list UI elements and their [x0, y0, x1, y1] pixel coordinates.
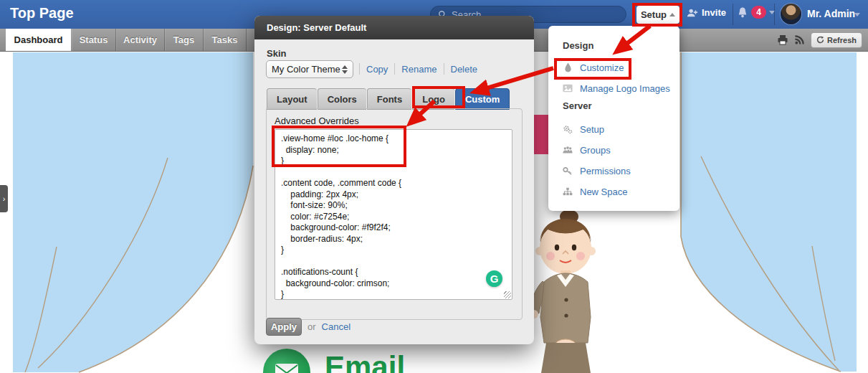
- tint-icon: [563, 62, 573, 72]
- tab-tasks[interactable]: Tasks: [204, 29, 247, 51]
- curtain-left-graphic: [13, 52, 253, 372]
- tab-logo[interactable]: Logo: [412, 88, 454, 110]
- tab-layout[interactable]: Layout: [267, 88, 317, 110]
- page-title: Top Page: [10, 5, 74, 22]
- sidebar-expand-handle[interactable]: ›: [0, 185, 8, 212]
- resize-handle[interactable]: [504, 291, 511, 298]
- design-dialog: Design: Server Default Skin My Color The…: [254, 16, 534, 344]
- image-icon: [563, 83, 573, 93]
- tab-label: Dashboard: [14, 34, 63, 45]
- advanced-overrides-label: Advanced Overrides: [275, 115, 359, 126]
- menu-item-label: Setup: [580, 124, 604, 135]
- menu-item-customize[interactable]: Customize: [563, 60, 624, 75]
- menu-header-server: Server: [563, 100, 591, 111]
- menu-item-label: Permissions: [580, 166, 631, 176]
- print-icon[interactable]: [777, 34, 788, 45]
- design-tabs: Layout Colors Fonts Logo Custom: [267, 88, 510, 110]
- invite-button-label: Invite: [702, 7, 726, 18]
- invite-person-icon: [687, 8, 698, 18]
- email-heading: Email: [325, 350, 405, 373]
- setup-button-label: Setup: [641, 9, 667, 20]
- invite-button[interactable]: Invite: [687, 7, 726, 18]
- select-arrows-icon: [342, 65, 348, 74]
- caret-down-icon: [854, 13, 860, 16]
- notification-count-badge: 4: [751, 6, 766, 19]
- tab-dashboard[interactable]: Dashboard: [6, 29, 71, 51]
- menu-item-new-space[interactable]: New Space: [563, 184, 627, 199]
- rename-link[interactable]: Rename: [401, 64, 437, 75]
- dialog-title-bar[interactable]: Design: Server Default: [254, 16, 534, 39]
- cancel-link[interactable]: Cancel: [322, 321, 350, 332]
- delete-link[interactable]: Delete: [451, 64, 478, 75]
- menu-header-design: Design: [563, 40, 593, 51]
- bell-icon: [737, 6, 748, 19]
- link-divider: [359, 63, 360, 75]
- tab-label: Tags: [173, 34, 194, 45]
- tab-custom[interactable]: Custom: [455, 88, 510, 110]
- custom-tab-panel: Advanced Overrides .view-home #loc .loc-…: [266, 108, 523, 320]
- tab-label: Activity: [123, 34, 157, 45]
- skin-select-value: My Color Theme: [272, 64, 340, 75]
- tab-label: Custom: [465, 94, 500, 105]
- caret-up-icon: [669, 13, 675, 16]
- pink-banner-edge: [534, 115, 548, 154]
- tab-label: Tasks: [212, 34, 238, 45]
- refresh-icon: [816, 36, 824, 44]
- tab-colors[interactable]: Colors: [318, 88, 366, 110]
- menu-item-label: Groups: [580, 145, 611, 156]
- woman-illustration: [528, 209, 623, 373]
- menu-item-groups[interactable]: Groups: [563, 143, 611, 157]
- topbar-divider: [733, 4, 733, 25]
- groups-icon: [563, 145, 573, 155]
- setup-dropdown-menu: Design Customize Manage Logo Images Serv…: [548, 26, 679, 211]
- tab-activity[interactable]: Activity: [116, 29, 165, 51]
- menu-item-label: Customize: [580, 62, 624, 73]
- tab-status[interactable]: Status: [72, 29, 116, 51]
- tab-label: Fonts: [377, 94, 402, 105]
- menu-item-setup[interactable]: Setup: [563, 122, 604, 136]
- tab-label: Status: [80, 34, 108, 45]
- or-text: or: [307, 321, 316, 332]
- menu-item-label: Manage Logo Images: [580, 83, 670, 94]
- apply-button[interactable]: Apply: [266, 318, 302, 336]
- curtain-right-graphic: [681, 52, 857, 372]
- tab-label: Logo: [422, 94, 445, 105]
- email-icon: [263, 349, 310, 373]
- tab-fonts[interactable]: Fonts: [367, 88, 411, 110]
- tab-label: Colors: [328, 94, 357, 105]
- key-icon: [563, 166, 573, 176]
- link-divider: [444, 63, 444, 75]
- tab-label: Layout: [277, 94, 307, 105]
- copy-link[interactable]: Copy: [366, 64, 388, 75]
- sitemap-icon: [563, 186, 573, 197]
- refresh-button-label: Refresh: [827, 36, 857, 44]
- notifications-button[interactable]: 4: [737, 6, 775, 19]
- link-divider: [394, 63, 395, 75]
- setup-button[interactable]: Setup: [636, 6, 679, 24]
- css-overrides-textarea[interactable]: .view-home #loc .loc-home { display: non…: [275, 129, 512, 300]
- chevron-right-icon: ›: [3, 194, 6, 203]
- email-section: Email: [263, 349, 405, 373]
- menu-item-label: New Space: [580, 186, 627, 197]
- envelope-icon: [275, 363, 299, 373]
- dialog-title: Design: Server Default: [267, 22, 366, 33]
- grammarly-icon[interactable]: G: [486, 270, 502, 287]
- user-avatar[interactable]: [781, 4, 801, 24]
- refresh-button[interactable]: Refresh: [811, 32, 862, 48]
- skin-select[interactable]: My Color Theme: [266, 60, 353, 78]
- menu-item-permissions[interactable]: Permissions: [563, 164, 631, 178]
- rss-icon[interactable]: [794, 34, 805, 45]
- topbar-divider: [774, 4, 775, 25]
- gears-icon: [563, 124, 573, 134]
- tab-tags[interactable]: Tags: [165, 29, 204, 51]
- skin-label: Skin: [267, 48, 286, 59]
- menu-item-manage-logo-images[interactable]: Manage Logo Images: [563, 81, 670, 95]
- user-name[interactable]: Mr. Admin: [807, 8, 855, 19]
